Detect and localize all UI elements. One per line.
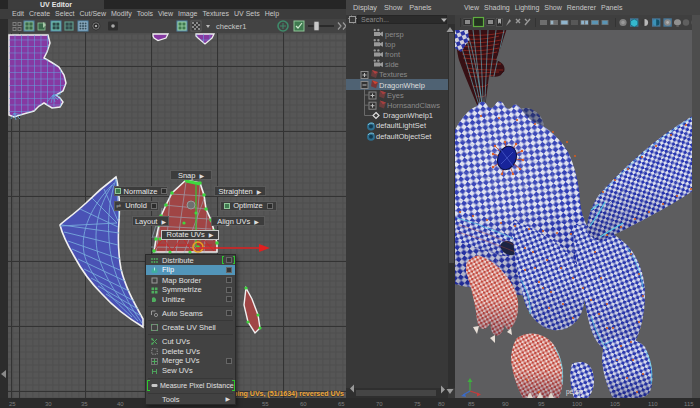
svg-text:checker1: checker1 [216,22,246,31]
svg-text:persp: persp [566,388,583,396]
